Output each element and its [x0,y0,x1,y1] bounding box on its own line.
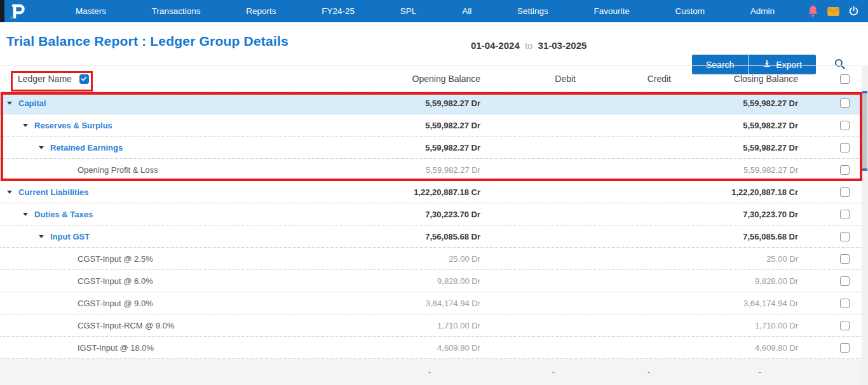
table-body: Capital 5,59,982.27 Dr 5,59,982.27 Dr Re… [0,92,868,359]
opening-balance-cell: 5,59,982.27 Dr [353,121,506,130]
opening-balance-column-header: Opening Balance [353,74,506,84]
nav-item-reports[interactable]: Reports [246,6,276,16]
ledger-name-cell[interactable]: Reserves & Surplus [34,121,112,130]
date-from[interactable]: 01-04-2024 [471,40,520,51]
date-range-filter[interactable]: 01-04-2024 to 31-03-2025 [471,40,587,51]
page-header: Trial Balance Report : Ledger Group Deta… [0,22,868,65]
nav-item-favourite[interactable]: Favourite [593,6,629,16]
footer-credit-total: - [601,367,696,377]
nav-item-masters[interactable]: Masters [76,6,106,16]
ledger-name-cell[interactable]: IGST-Input @ 18.0% [78,343,154,353]
expand-collapse-icon[interactable] [39,146,44,149]
opening-balance-cell: 7,30,223.70 Dr [353,210,506,219]
row-checkbox[interactable] [840,210,850,219]
ledger-name-cell[interactable]: Duties & Taxes [34,210,93,219]
expand-collapse-icon[interactable] [23,213,28,216]
ledger-name-cell[interactable]: CGST-Input @ 2.5% [78,254,153,264]
closing-balance-cell: 5,59,982.27 Dr [696,98,824,108]
nav-item-admin[interactable]: Admin [750,6,775,16]
table-row[interactable]: Opening Profit & Loss 5,59,982.27 Dr 5,5… [0,159,868,181]
closing-balance-cell: 7,30,223.70 Dr [696,210,824,219]
row-checkbox[interactable] [840,165,850,175]
opening-balance-cell: 3,64,174.94 Dr [353,299,506,308]
table-row[interactable]: IGST-Input @ 18.0% 4,609.80 Dr 4,609.80 … [0,337,868,359]
row-checkbox[interactable] [840,121,850,130]
opening-balance-cell: 7,56,085.68 Dr [353,232,506,241]
trial-balance-table: Ledger Name Opening Balance Debit Credit… [0,65,868,385]
ledger-name-cell[interactable]: Capital [18,98,46,108]
credit-column-header: Credit [601,74,696,84]
nav-item-settings[interactable]: Settings [517,6,548,16]
debit-column-header: Debit [506,74,601,84]
footer-closing-total: - [696,367,824,377]
row-checkbox[interactable] [840,343,850,353]
closing-balance-cell: 1,22,20,887.18 Cr [696,187,824,197]
logo-status-dot [10,17,13,19]
table-row[interactable]: Reserves & Surplus 5,59,982.27 Dr 5,59,9… [0,114,868,137]
scrollbar-thumb[interactable] [862,91,867,171]
closing-balance-cell: 5,59,982.27 Dr [696,143,824,152]
opening-balance-cell: 25.00 Dr [353,254,506,264]
table-row[interactable]: Input GST 7,56,085.68 Dr 7,56,085.68 Dr [0,226,868,248]
messages-envelope-icon[interactable] [827,7,839,16]
expand-collapse-icon[interactable] [39,235,44,238]
row-checkbox[interactable] [840,276,850,286]
closing-balance-cell: 3,64,174.94 Dr [696,299,824,308]
opening-balance-cell: 5,59,982.27 Dr [353,98,506,108]
table-row[interactable]: CGST-Input @ 2.5% 25.00 Dr 25.00 Dr [0,248,868,270]
closing-balance-cell: 5,59,982.27 Dr [696,121,824,130]
expand-collapse-icon[interactable] [23,124,28,127]
power-logout-icon[interactable] [848,6,859,17]
table-row[interactable]: Current Liabilities 1,22,20,887.18 Cr 1,… [0,181,868,203]
nav-item-fy24-25[interactable]: FY24-25 [322,6,355,16]
opening-balance-cell: 4,609.80 Dr [353,343,506,353]
navbar-menu: MastersTransactionsReportsFY24-25SPLAllS… [30,6,808,16]
closing-balance-cell: 4,609.80 Dr [696,343,824,353]
date-to[interactable]: 31-03-2025 [538,40,587,51]
navbar-left-edge [0,0,4,22]
expand-collapse-icon[interactable] [7,102,12,105]
notifications-bell-icon[interactable] [808,5,818,17]
opening-balance-cell: 1,22,20,887.18 Cr [353,187,506,197]
closing-balance-cell: 1,710.00 Dr [696,321,824,330]
ledger-name-column-header: Ledger Name [18,74,72,84]
ledger-name-cell[interactable]: CGST-Input @ 6.0% [78,276,153,286]
row-checkbox[interactable] [840,254,850,264]
nav-item-custom[interactable]: Custom [675,6,705,16]
table-row[interactable]: CGST-Input @ 6.0% 9,828.00 Dr 9,828.00 D… [0,270,868,292]
row-checkbox[interactable] [840,232,850,241]
nav-item-spl[interactable]: SPL [400,6,417,16]
table-row[interactable]: CGST-Input @ 9.0% 3,64,174.94 Dr 3,64,17… [0,292,868,314]
closing-balance-cell: 5,59,982.27 Dr [696,165,824,175]
row-checkbox[interactable] [840,98,850,108]
row-checkbox[interactable] [840,187,850,197]
footer-debit-total: - [506,367,601,377]
opening-balance-cell: 9,828.00 Dr [353,276,506,286]
footer-opening-total: - [353,367,506,377]
select-all-checkbox[interactable] [840,74,850,84]
table-row[interactable]: Retained Earnings 5,59,982.27 Dr 5,59,98… [0,137,868,159]
expand-collapse-icon[interactable] [7,191,12,194]
ledger-name-cell[interactable]: Input GST [50,232,90,241]
table-row[interactable]: Duties & Taxes 7,30,223.70 Dr 7,30,223.7… [0,203,868,226]
nav-item-all[interactable]: All [462,6,471,16]
ledger-name-cell[interactable]: Current Liabilities [18,187,89,197]
page-title: Trial Balance Report : Ledger Group Deta… [6,34,288,49]
ledger-name-cell[interactable]: Opening Profit & Loss [78,165,158,175]
table-row[interactable]: CGST-Input-RCM @ 9.0% 1,710.00 Dr 1,710.… [0,314,868,337]
opening-balance-cell: 1,710.00 Dr [353,321,506,330]
top-navbar: MastersTransactionsReportsFY24-25SPLAllS… [0,0,868,22]
ledger-name-checkbox[interactable] [79,74,89,84]
ledger-name-cell[interactable]: CGST-Input-RCM @ 9.0% [78,321,175,330]
closing-balance-cell: 25.00 Dr [696,254,824,264]
row-checkbox[interactable] [840,143,850,152]
nav-item-transactions[interactable]: Transactions [152,6,201,16]
table-row[interactable]: Capital 5,59,982.27 Dr 5,59,982.27 Dr [0,92,868,114]
ledger-name-cell[interactable]: CGST-Input @ 9.0% [78,299,153,308]
row-checkbox[interactable] [840,321,850,330]
ledger-name-cell[interactable]: Retained Earnings [50,143,123,152]
navbar-icons [808,5,859,17]
app-logo[interactable] [8,3,30,20]
row-checkbox[interactable] [840,299,850,308]
vertical-scrollbar[interactable] [862,65,868,385]
